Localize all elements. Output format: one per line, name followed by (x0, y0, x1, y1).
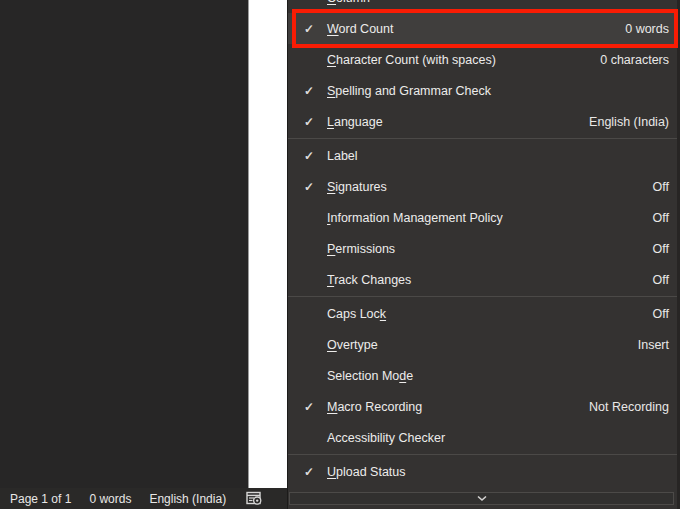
menu-item-label: Selection Mode (327, 369, 413, 383)
menu-item-value: Off (639, 180, 669, 194)
macro-record-icon[interactable] (246, 491, 263, 506)
menu-item-label: Label (327, 149, 358, 163)
menu-item-character-count-with-spaces[interactable]: Character Count (with spaces)0 character… (288, 44, 677, 75)
menu-item-label: Accessibility Checker (327, 431, 445, 445)
menu-item-value: 0 words (611, 22, 669, 36)
menu-item-value: Off (639, 242, 669, 256)
menu-item-column[interactable]: Column (288, 0, 677, 13)
menu-item-label: Macro Recording (327, 400, 422, 414)
menu-item-list: Column✓Word Count0 wordsCharacter Count … (288, 0, 677, 487)
menu-item-value: Not Recording (575, 400, 669, 414)
menu-item-permissions[interactable]: PermissionsOff (288, 233, 677, 264)
menu-scroll-down-button[interactable] (289, 492, 674, 505)
checkmark-icon: ✓ (304, 22, 327, 36)
menu-item-track-changes[interactable]: Track ChangesOff (288, 264, 677, 295)
menu-item-value: 0 characters (586, 53, 669, 67)
customize-status-bar-menu: Column✓Word Count0 wordsCharacter Count … (287, 0, 680, 509)
checkmark-icon: ✓ (304, 115, 327, 129)
menu-item-label: Information Management Policy (327, 211, 503, 225)
word-app-window: Page 1 of 1 0 words English (India) Colu… (0, 0, 680, 509)
menu-item-label[interactable]: ✓Label (288, 140, 677, 171)
menu-item-label: Word Count (327, 22, 393, 36)
menu-separator (288, 296, 677, 297)
menu-item-label: Overtype (327, 338, 378, 352)
menu-separator (288, 454, 677, 455)
menu-item-label: Permissions (327, 242, 395, 256)
menu-item-word-count[interactable]: ✓Word Count0 words (288, 13, 677, 44)
document-page-edge (248, 0, 287, 488)
status-language[interactable]: English (India) (149, 492, 226, 506)
checkmark-icon: ✓ (304, 180, 327, 194)
menu-item-label: Language (327, 115, 383, 129)
menu-item-value: Off (639, 273, 669, 287)
menu-item-label: Upload Status (327, 465, 406, 479)
menu-item-language[interactable]: ✓LanguageEnglish (India) (288, 106, 677, 137)
menu-item-label: Character Count (with spaces) (327, 53, 496, 67)
menu-item-macro-recording[interactable]: ✓Macro RecordingNot Recording (288, 391, 677, 422)
menu-item-label: Signatures (327, 180, 387, 194)
menu-item-value: English (India) (575, 115, 669, 129)
menu-separator (288, 138, 677, 139)
status-page-number[interactable]: Page 1 of 1 (10, 492, 71, 506)
checkmark-icon: ✓ (304, 465, 327, 479)
menu-item-value: Off (639, 307, 669, 321)
menu-item-selection-mode[interactable]: Selection Mode (288, 360, 677, 391)
chevron-down-icon (477, 495, 487, 502)
checkmark-icon: ✓ (304, 84, 327, 98)
menu-item-overtype[interactable]: OvertypeInsert (288, 329, 677, 360)
menu-item-caps-lock[interactable]: Caps LockOff (288, 298, 677, 329)
menu-item-signatures[interactable]: ✓SignaturesOff (288, 171, 677, 202)
menu-item-accessibility-checker[interactable]: Accessibility Checker (288, 422, 677, 453)
menu-item-value: Insert (624, 338, 669, 352)
menu-item-value: Off (639, 211, 669, 225)
menu-item-label: Column (327, 0, 370, 5)
status-word-count[interactable]: 0 words (89, 492, 131, 506)
menu-item-label: Spelling and Grammar Check (327, 84, 491, 98)
checkmark-icon: ✓ (304, 400, 327, 414)
menu-item-spelling-and-grammar-check[interactable]: ✓Spelling and Grammar Check (288, 75, 677, 106)
menu-item-information-management-policy[interactable]: Information Management PolicyOff (288, 202, 677, 233)
menu-item-label: Caps Lock (327, 307, 386, 321)
checkmark-icon: ✓ (304, 149, 327, 163)
menu-item-upload-status[interactable]: ✓Upload Status (288, 456, 677, 487)
menu-item-label: Track Changes (327, 273, 411, 287)
